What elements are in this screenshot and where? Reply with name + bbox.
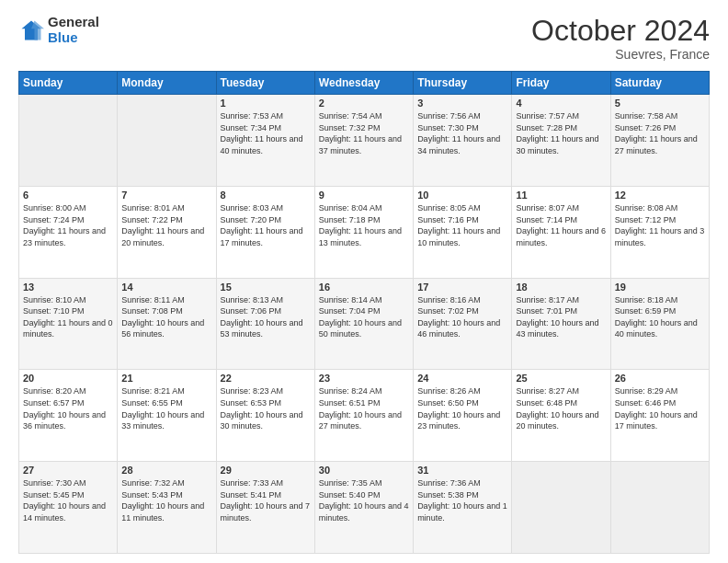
day-number: 19 bbox=[615, 282, 705, 293]
day-number: 18 bbox=[516, 282, 606, 293]
day-info: Sunrise: 7:53 AMSunset: 7:34 PMDaylight:… bbox=[221, 110, 311, 156]
calendar-cell: 27Sunrise: 7:30 AMSunset: 5:45 PMDayligh… bbox=[19, 462, 118, 554]
weekday-header-thursday: Thursday bbox=[414, 72, 512, 95]
weekday-header-wednesday: Wednesday bbox=[314, 72, 413, 95]
calendar-cell bbox=[610, 462, 709, 554]
day-info: Sunrise: 7:35 AMSunset: 5:40 PMDaylight:… bbox=[319, 477, 409, 523]
logo-text: General Blue bbox=[48, 15, 99, 45]
day-number: 10 bbox=[417, 190, 507, 201]
day-info: Sunrise: 8:17 AMSunset: 7:01 PMDaylight:… bbox=[516, 294, 606, 340]
calendar-cell: 3Sunrise: 7:56 AMSunset: 7:30 PMDaylight… bbox=[414, 95, 512, 187]
calendar-cell: 13Sunrise: 8:10 AMSunset: 7:10 PMDayligh… bbox=[19, 278, 118, 370]
day-info: Sunrise: 8:07 AMSunset: 7:14 PMDaylight:… bbox=[516, 202, 606, 248]
calendar-cell: 22Sunrise: 8:23 AMSunset: 6:53 PMDayligh… bbox=[216, 370, 314, 462]
calendar-cell: 23Sunrise: 8:24 AMSunset: 6:51 PMDayligh… bbox=[314, 370, 413, 462]
day-number: 23 bbox=[319, 373, 409, 384]
calendar-cell: 24Sunrise: 8:26 AMSunset: 6:50 PMDayligh… bbox=[414, 370, 512, 462]
calendar-cell: 16Sunrise: 8:14 AMSunset: 7:04 PMDayligh… bbox=[314, 278, 413, 370]
day-number: 9 bbox=[319, 190, 409, 201]
day-info: Sunrise: 7:33 AMSunset: 5:41 PMDaylight:… bbox=[221, 477, 311, 523]
calendar-cell: 10Sunrise: 8:05 AMSunset: 7:16 PMDayligh… bbox=[414, 186, 512, 278]
weekday-header-friday: Friday bbox=[512, 72, 610, 95]
day-number: 28 bbox=[121, 465, 211, 476]
day-number: 16 bbox=[319, 282, 409, 293]
day-info: Sunrise: 8:18 AMSunset: 6:59 PMDaylight:… bbox=[615, 294, 705, 340]
calendar-cell: 15Sunrise: 8:13 AMSunset: 7:06 PMDayligh… bbox=[216, 278, 314, 370]
calendar-cell: 12Sunrise: 8:08 AMSunset: 7:12 PMDayligh… bbox=[610, 186, 709, 278]
day-info: Sunrise: 8:23 AMSunset: 6:53 PMDaylight:… bbox=[221, 385, 311, 431]
calendar-week-row: 6Sunrise: 8:00 AMSunset: 7:24 PMDaylight… bbox=[19, 186, 710, 278]
day-number: 1 bbox=[221, 98, 311, 109]
day-number: 3 bbox=[417, 98, 507, 109]
day-number: 17 bbox=[417, 282, 507, 293]
calendar-cell: 19Sunrise: 8:18 AMSunset: 6:59 PMDayligh… bbox=[610, 278, 709, 370]
calendar-cell: 5Sunrise: 7:58 AMSunset: 7:26 PMDaylight… bbox=[610, 95, 709, 187]
day-info: Sunrise: 8:21 AMSunset: 6:55 PMDaylight:… bbox=[121, 385, 211, 431]
calendar-week-row: 13Sunrise: 8:10 AMSunset: 7:10 PMDayligh… bbox=[19, 278, 710, 370]
calendar-week-row: 1Sunrise: 7:53 AMSunset: 7:34 PMDaylight… bbox=[19, 95, 710, 187]
day-info: Sunrise: 8:03 AMSunset: 7:20 PMDaylight:… bbox=[221, 202, 311, 248]
day-number: 29 bbox=[221, 465, 311, 476]
day-info: Sunrise: 7:54 AMSunset: 7:32 PMDaylight:… bbox=[319, 110, 409, 156]
day-number: 30 bbox=[319, 465, 409, 476]
calendar-cell: 29Sunrise: 7:33 AMSunset: 5:41 PMDayligh… bbox=[216, 462, 314, 554]
day-info: Sunrise: 8:27 AMSunset: 6:48 PMDaylight:… bbox=[516, 385, 606, 431]
calendar-cell: 31Sunrise: 7:36 AMSunset: 5:38 PMDayligh… bbox=[414, 462, 512, 554]
day-number: 2 bbox=[319, 98, 409, 109]
weekday-header-row: SundayMondayTuesdayWednesdayThursdayFrid… bbox=[19, 72, 710, 95]
day-number: 11 bbox=[516, 190, 606, 201]
day-number: 13 bbox=[23, 282, 113, 293]
calendar-cell: 11Sunrise: 8:07 AMSunset: 7:14 PMDayligh… bbox=[512, 186, 610, 278]
logo-icon bbox=[18, 17, 44, 43]
day-info: Sunrise: 8:01 AMSunset: 7:22 PMDaylight:… bbox=[121, 202, 211, 248]
calendar-cell: 18Sunrise: 8:17 AMSunset: 7:01 PMDayligh… bbox=[512, 278, 610, 370]
day-info: Sunrise: 8:00 AMSunset: 7:24 PMDaylight:… bbox=[23, 202, 113, 248]
calendar-cell: 28Sunrise: 7:32 AMSunset: 5:43 PMDayligh… bbox=[118, 462, 216, 554]
day-number: 14 bbox=[121, 282, 211, 293]
calendar-week-row: 27Sunrise: 7:30 AMSunset: 5:45 PMDayligh… bbox=[19, 462, 710, 554]
day-info: Sunrise: 8:20 AMSunset: 6:57 PMDaylight:… bbox=[23, 385, 113, 431]
day-number: 26 bbox=[615, 373, 705, 384]
day-info: Sunrise: 8:26 AMSunset: 6:50 PMDaylight:… bbox=[417, 385, 507, 431]
calendar-cell bbox=[512, 462, 610, 554]
day-info: Sunrise: 7:32 AMSunset: 5:43 PMDaylight:… bbox=[121, 477, 211, 523]
calendar-cell: 7Sunrise: 8:01 AMSunset: 7:22 PMDaylight… bbox=[118, 186, 216, 278]
day-number: 12 bbox=[615, 190, 705, 201]
day-info: Sunrise: 8:24 AMSunset: 6:51 PMDaylight:… bbox=[319, 385, 409, 431]
calendar-cell bbox=[118, 95, 216, 187]
calendar-cell bbox=[19, 95, 118, 187]
day-number: 6 bbox=[23, 190, 113, 201]
day-info: Sunrise: 8:08 AMSunset: 7:12 PMDaylight:… bbox=[615, 202, 705, 248]
weekday-header-sunday: Sunday bbox=[19, 72, 118, 95]
calendar-cell: 17Sunrise: 8:16 AMSunset: 7:02 PMDayligh… bbox=[414, 278, 512, 370]
day-info: Sunrise: 7:57 AMSunset: 7:28 PMDaylight:… bbox=[516, 110, 606, 156]
day-info: Sunrise: 8:14 AMSunset: 7:04 PMDaylight:… bbox=[319, 294, 409, 340]
calendar-cell: 30Sunrise: 7:35 AMSunset: 5:40 PMDayligh… bbox=[314, 462, 413, 554]
day-info: Sunrise: 7:56 AMSunset: 7:30 PMDaylight:… bbox=[417, 110, 507, 156]
calendar-cell: 20Sunrise: 8:20 AMSunset: 6:57 PMDayligh… bbox=[19, 370, 118, 462]
header: General Blue October 2024 Suevres, Franc… bbox=[18, 15, 710, 62]
day-info: Sunrise: 8:05 AMSunset: 7:16 PMDaylight:… bbox=[417, 202, 507, 248]
day-info: Sunrise: 7:30 AMSunset: 5:45 PMDaylight:… bbox=[23, 477, 113, 523]
weekday-header-tuesday: Tuesday bbox=[216, 72, 314, 95]
location: Suevres, France bbox=[531, 47, 710, 62]
day-number: 8 bbox=[221, 190, 311, 201]
calendar-cell: 2Sunrise: 7:54 AMSunset: 7:32 PMDaylight… bbox=[314, 95, 413, 187]
day-number: 15 bbox=[221, 282, 311, 293]
calendar-cell: 25Sunrise: 8:27 AMSunset: 6:48 PMDayligh… bbox=[512, 370, 610, 462]
calendar-cell: 1Sunrise: 7:53 AMSunset: 7:34 PMDaylight… bbox=[216, 95, 314, 187]
calendar-cell: 4Sunrise: 7:57 AMSunset: 7:28 PMDaylight… bbox=[512, 95, 610, 187]
day-number: 25 bbox=[516, 373, 606, 384]
calendar-cell: 21Sunrise: 8:21 AMSunset: 6:55 PMDayligh… bbox=[118, 370, 216, 462]
day-number: 5 bbox=[615, 98, 705, 109]
day-number: 31 bbox=[417, 465, 507, 476]
day-number: 27 bbox=[23, 465, 113, 476]
day-number: 20 bbox=[23, 373, 113, 384]
day-info: Sunrise: 8:29 AMSunset: 6:46 PMDaylight:… bbox=[615, 385, 705, 431]
day-info: Sunrise: 8:11 AMSunset: 7:08 PMDaylight:… bbox=[121, 294, 211, 340]
day-info: Sunrise: 8:13 AMSunset: 7:06 PMDaylight:… bbox=[221, 294, 311, 340]
title-block: October 2024 Suevres, France bbox=[531, 15, 710, 62]
weekday-header-monday: Monday bbox=[118, 72, 216, 95]
calendar-cell: 8Sunrise: 8:03 AMSunset: 7:20 PMDaylight… bbox=[216, 186, 314, 278]
day-info: Sunrise: 8:10 AMSunset: 7:10 PMDaylight:… bbox=[23, 294, 113, 340]
